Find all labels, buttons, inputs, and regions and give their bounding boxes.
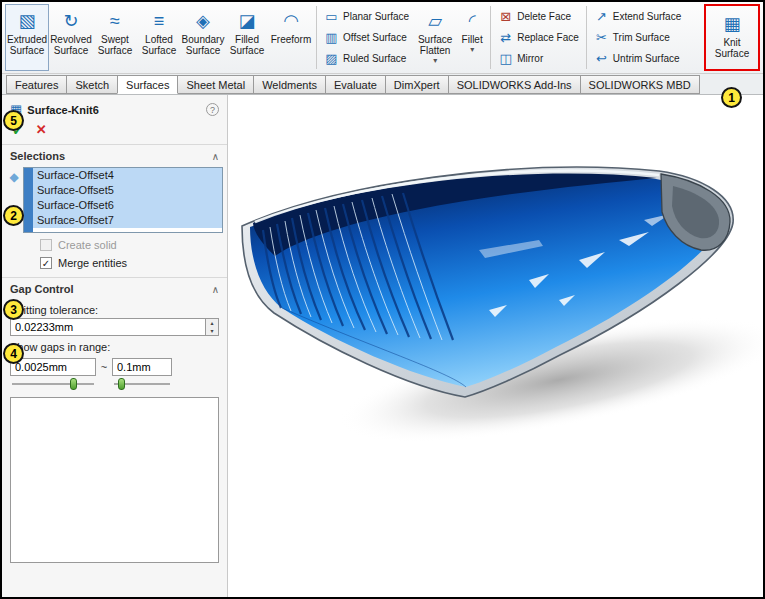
merge-entities-checkbox[interactable]: ✓ Merge entities: [2, 254, 227, 272]
knit-surface-label: Knit Surface: [708, 37, 756, 59]
cancel-button[interactable]: ✕: [36, 122, 47, 138]
create-solid-checkbox[interactable]: Create solid: [2, 236, 227, 254]
fillet-button[interactable]: ◜ Fillet ▾: [457, 4, 487, 71]
gap-range-max-input[interactable]: [112, 358, 172, 376]
tab-evaluate[interactable]: Evaluate: [325, 75, 386, 94]
help-icon[interactable]: ?: [206, 103, 219, 116]
mirror-button[interactable]: ◫ Mirror: [495, 49, 582, 68]
ruled-surface-button[interactable]: ▨ Ruled Surface: [321, 49, 412, 68]
planar-surface-button[interactable]: ▭ Planar Surface: [321, 7, 412, 26]
selection-item[interactable]: Surface-Offset5: [33, 183, 222, 198]
revolved-surface-button[interactable]: ↻ Revolved Surface: [49, 4, 93, 71]
extruded-surface-button[interactable]: ▧ Extruded Surface: [5, 4, 49, 71]
range-separator: ~: [100, 361, 108, 373]
selections-group-label: Selections: [10, 150, 65, 162]
ribbon-separator: [490, 6, 491, 69]
lofted-surface-icon: ≡: [154, 8, 165, 34]
collapse-chevron-icon[interactable]: ∧: [212, 151, 219, 162]
tolerance-input-row: ▴ ▾: [2, 318, 227, 336]
replace-face-icon: ⇄: [498, 30, 513, 45]
extruded-surface-icon: ▧: [18, 8, 35, 34]
tolerance-spinner: ▴ ▾: [206, 318, 219, 336]
knitting-tolerance-input[interactable]: [10, 318, 206, 336]
offset-surface-label: Offset Surface: [343, 32, 407, 43]
command-manager: ▧ Extruded Surface ↻ Revolved Surface ≈ …: [2, 2, 763, 74]
filled-surface-label: Filled Surface: [226, 34, 268, 56]
untrim-surface-button[interactable]: ↩ Untrim Surface: [591, 49, 684, 68]
lofted-surface-label: Lofted Surface: [138, 34, 180, 56]
checkbox-unchecked-icon: [40, 239, 52, 251]
knit-surface-highlight-box: ▦ Knit Surface: [704, 4, 760, 71]
selection-item[interactable]: Surface-Offset7: [33, 213, 222, 228]
offset-surface-icon: ▥: [324, 30, 339, 45]
extend-surface-button[interactable]: ↗ Extend Surface: [591, 7, 684, 26]
chevron-down-icon[interactable]: ▾: [470, 46, 474, 54]
spinner-up-icon[interactable]: ▴: [206, 319, 218, 327]
gap-range-min-input[interactable]: [10, 358, 96, 376]
spinner-down-icon[interactable]: ▾: [206, 327, 218, 335]
slider-thumb[interactable]: [70, 378, 77, 390]
selection-row: ◆ Surface-Offset4 Surface-Offset5 Surfac…: [2, 166, 227, 236]
fillet-label: Fillet: [462, 34, 483, 45]
swept-surface-label: Swept Surface: [94, 34, 136, 56]
slider-thumb[interactable]: [118, 378, 125, 390]
tab-sheet-metal[interactable]: Sheet Metal: [177, 75, 254, 94]
planar-offset-ruled-group: ▭ Planar Surface ▥ Offset Surface ▨ Rule…: [320, 4, 413, 71]
selections-group-header[interactable]: Selections ∧: [2, 145, 227, 166]
tab-sketch[interactable]: Sketch: [66, 75, 118, 94]
tab-surfaces[interactable]: Surfaces: [117, 75, 178, 94]
tab-weldments[interactable]: Weldments: [253, 75, 326, 94]
merge-entities-label: Merge entities: [58, 257, 127, 269]
solidworks-window: ▧ Extruded Surface ↻ Revolved Surface ≈ …: [0, 0, 765, 599]
trim-surface-button[interactable]: ✂ Trim Surface: [591, 28, 684, 47]
chevron-down-icon[interactable]: ▾: [433, 57, 437, 65]
knit-surface-icon: ▦: [723, 11, 740, 37]
show-gaps-label: Show gaps in range:: [2, 336, 227, 355]
selection-item[interactable]: Surface-Offset4: [33, 168, 222, 183]
face-edit-group: ⊠ Delete Face ⇄ Replace Face ◫ Mirror: [494, 4, 583, 71]
filled-surface-icon: ◪: [238, 8, 255, 34]
create-solid-label: Create solid: [58, 239, 117, 251]
untrim-surface-icon: ↩: [594, 51, 609, 66]
mirror-icon: ◫: [498, 51, 513, 66]
freeform-icon: ◠: [283, 8, 299, 34]
delete-face-icon: ⊠: [498, 9, 513, 24]
tab-dimxpert[interactable]: DimXpert: [385, 75, 449, 94]
extend-surface-label: Extend Surface: [613, 11, 681, 22]
untrim-surface-label: Untrim Surface: [613, 53, 680, 64]
collapse-chevron-icon[interactable]: ∧: [212, 284, 219, 295]
gap-range-max-slider[interactable]: [112, 378, 172, 390]
tab-solidworks-mbd[interactable]: SOLIDWORKS MBD: [580, 75, 700, 94]
command-manager-tabs: Features Sketch Surfaces Sheet Metal Wel…: [2, 74, 763, 95]
gap-sliders-row: [2, 376, 227, 392]
surfaces-selection-list[interactable]: Surface-Offset4 Surface-Offset5 Surface-…: [23, 167, 223, 233]
delete-face-button[interactable]: ⊠ Delete Face: [495, 7, 582, 26]
checkbox-checked-icon: ✓: [40, 257, 52, 269]
gap-control-group-header[interactable]: Gap Control ∧: [2, 278, 227, 299]
ribbon-separator: [316, 6, 317, 69]
boundary-surface-button[interactable]: ◈ Boundary Surface: [181, 4, 225, 71]
filled-surface-button[interactable]: ◪ Filled Surface: [225, 4, 269, 71]
surface-flatten-button[interactable]: ▱ Surface Flatten ▾: [413, 4, 457, 71]
gap-control-group-label: Gap Control: [10, 283, 74, 295]
knit-surface-button[interactable]: ▦ Knit Surface: [707, 7, 757, 68]
planar-surface-label: Planar Surface: [343, 11, 409, 22]
ruled-surface-label: Ruled Surface: [343, 53, 406, 64]
callout-1: 1: [721, 87, 742, 108]
selection-item[interactable]: Surface-Offset6: [33, 198, 222, 213]
callout-3: 3: [3, 299, 24, 320]
gap-range-min-slider[interactable]: [10, 378, 96, 390]
tab-solidworks-add-ins[interactable]: SOLIDWORKS Add-Ins: [448, 75, 581, 94]
trim-surface-label: Trim Surface: [613, 32, 670, 43]
swept-surface-button[interactable]: ≈ Swept Surface: [93, 4, 137, 71]
gap-results-list[interactable]: [10, 397, 219, 563]
graphics-viewport[interactable]: [229, 95, 763, 597]
lofted-surface-button[interactable]: ≡ Lofted Surface: [137, 4, 181, 71]
replace-face-button[interactable]: ⇄ Replace Face: [495, 28, 582, 47]
freeform-button[interactable]: ◠ Freeform: [269, 4, 313, 71]
extruded-surface-label: Extruded Surface: [6, 34, 48, 56]
selection-items: Surface-Offset4 Surface-Offset5 Surface-…: [33, 168, 222, 232]
selection-highlight-strip: [24, 168, 33, 232]
tab-features[interactable]: Features: [6, 75, 67, 94]
offset-surface-button[interactable]: ▥ Offset Surface: [321, 28, 412, 47]
